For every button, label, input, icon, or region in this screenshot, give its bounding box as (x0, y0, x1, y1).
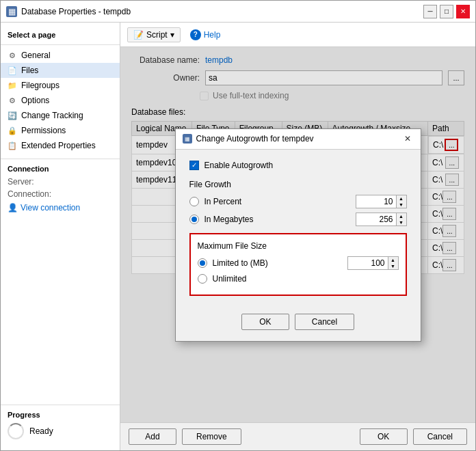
dialog-title: Change Autogrowth for tempdev (196, 134, 314, 144)
dialog-title-bar: ▦ Change Autogrowth for tempdev ✕ (176, 129, 421, 150)
bottom-bar: Add Remove OK Cancel (120, 422, 475, 450)
view-connection-link[interactable]: 👤 View connection (1, 200, 120, 215)
in-megabytes-input[interactable] (356, 213, 397, 226)
dialog-close-button[interactable]: ✕ (401, 133, 414, 145)
extended-properties-icon: 📋 (8, 141, 17, 150)
change-tracking-icon: 🔄 (8, 111, 17, 120)
view-connection-text: View connection (21, 203, 80, 213)
connection-header: Connection (1, 159, 120, 176)
limited-to-down[interactable]: ▼ (388, 263, 398, 269)
in-megabytes-radio[interactable] (189, 215, 199, 224)
enable-autogrowth-checkbox[interactable]: ✓ (189, 161, 199, 170)
view-connection-icon: 👤 (8, 203, 18, 213)
help-button[interactable]: ? Help (186, 27, 225, 42)
script-label: Script (146, 30, 168, 40)
window-title: Database Properties - tempdb (21, 7, 131, 16)
dialog-icon: ▦ (183, 134, 192, 144)
progress-content: Ready (8, 423, 113, 439)
unlimited-radio[interactable] (198, 274, 207, 284)
sidebar-item-options[interactable]: ⚙ Options (1, 93, 120, 108)
enable-autogrowth-row: ✓ Enable Autogrowth (189, 161, 407, 170)
max-file-size-label: Maximum File Size (198, 241, 399, 251)
script-dropdown-icon: ▾ (170, 30, 174, 40)
sidebar-item-change-tracking[interactable]: 🔄 Change Tracking (1, 108, 120, 123)
progress-header: Progress (8, 411, 113, 419)
options-icon: ⚙ (8, 96, 17, 105)
remove-button[interactable]: Remove (182, 428, 241, 445)
general-icon: ⚙ (8, 51, 17, 60)
sidebar-item-extended-properties-label: Extended Properties (21, 141, 96, 150)
in-percent-up[interactable]: ▲ (397, 195, 406, 202)
dialog-body: ✓ Enable Autogrowth File Growth In Perce… (176, 150, 421, 307)
autogrowth-dialog: ▦ Change Autogrowth for tempdev ✕ ✓ Enab… (175, 128, 421, 342)
file-growth-label: File Growth (189, 180, 407, 189)
main-window: ▦ Database Properties - tempdb ─ □ ✕ Sel… (0, 0, 476, 451)
help-label: Help (204, 30, 221, 40)
toolbar: 📝 Script ▾ ? Help (120, 23, 475, 47)
maximize-button[interactable]: □ (440, 5, 453, 18)
limited-to-spingroup: ▲ ▼ (347, 256, 399, 270)
app-icon: ▦ (6, 6, 17, 17)
help-icon: ? (190, 29, 201, 40)
in-megabytes-spingroup: ▲ ▼ (356, 213, 407, 226)
filegroups-icon: 📁 (8, 81, 17, 90)
cancel-button[interactable]: Cancel (413, 428, 467, 445)
unlimited-row: Unlimited (198, 274, 399, 284)
dialog-cancel-button[interactable]: Cancel (295, 314, 354, 330)
progress-section: Progress Ready (1, 405, 120, 445)
sidebar-item-files-label: Files (21, 66, 38, 75)
minimize-button[interactable]: ─ (423, 5, 437, 18)
sidebar-item-permissions[interactable]: 🔒 Permissions (1, 123, 120, 138)
sidebar-item-files[interactable]: 📄 Files (1, 63, 120, 78)
script-button[interactable]: 📝 Script ▾ (127, 27, 181, 42)
sidebar-item-options-label: Options (21, 96, 49, 105)
modal-overlay: ▦ Change Autogrowth for tempdev ✕ ✓ Enab… (120, 47, 475, 422)
sidebar-item-extended-properties[interactable]: 📋 Extended Properties (1, 138, 120, 153)
dialog-buttons: OK Cancel (176, 307, 421, 341)
bottom-left-buttons: Add Remove (129, 428, 241, 445)
files-icon: 📄 (8, 66, 17, 75)
in-percent-input[interactable] (356, 195, 397, 208)
close-button[interactable]: ✕ (456, 5, 470, 18)
connection-label: Connection: (8, 189, 51, 199)
in-percent-radio[interactable] (189, 197, 199, 206)
content-area: Select a page ⚙ General 📄 Files 📁 Filegr… (1, 23, 475, 450)
limited-to-input[interactable] (347, 256, 388, 270)
limited-to-radio[interactable] (198, 258, 207, 268)
in-percent-spingroup: ▲ ▼ (356, 195, 407, 208)
in-percent-down[interactable]: ▼ (397, 202, 406, 208)
server-detail: Server: (1, 176, 120, 188)
right-panel: 📝 Script ▾ ? Help Database name: tempdb (120, 23, 475, 450)
progress-status: Ready (29, 426, 53, 436)
sidebar-item-general[interactable]: ⚙ General (1, 48, 120, 63)
sidebar-item-filegroups[interactable]: 📁 Filegroups (1, 78, 120, 93)
in-megabytes-down[interactable]: ▼ (397, 219, 406, 226)
script-icon: 📝 (133, 30, 144, 40)
ok-button[interactable]: OK (360, 428, 408, 445)
permissions-icon: 🔒 (8, 126, 17, 135)
sidebar-item-filegroups-label: Filegroups (21, 81, 60, 90)
in-megabytes-row: In Megabytes ▲ ▼ (189, 213, 407, 226)
enable-autogrowth-label: Enable Autogrowth (204, 161, 274, 170)
bottom-right-buttons: OK Cancel (360, 428, 467, 445)
title-bar: ▦ Database Properties - tempdb ─ □ ✕ (1, 1, 475, 23)
connection-detail: Connection: (1, 188, 120, 200)
main-content: Database name: tempdb Owner: ... Use ful… (120, 47, 475, 422)
left-panel: Select a page ⚙ General 📄 Files 📁 Filegr… (1, 23, 120, 450)
limited-to-row: Limited to (MB) ▲ ▼ (198, 256, 399, 270)
add-button[interactable]: Add (129, 428, 176, 445)
in-percent-label: In Percent (204, 197, 350, 206)
in-megabytes-label: In Megabytes (204, 215, 350, 224)
in-megabytes-up[interactable]: ▲ (397, 213, 406, 219)
dialog-ok-button[interactable]: OK (241, 314, 289, 330)
unlimited-label: Unlimited (213, 274, 399, 284)
max-file-size-section: Maximum File Size Limited to (MB) ▲ (189, 233, 407, 296)
progress-spinner (8, 423, 24, 439)
limited-to-label: Limited to (MB) (213, 258, 342, 268)
server-label: Server: (8, 177, 34, 187)
sidebar-item-permissions-label: Permissions (21, 126, 66, 135)
limited-to-up[interactable]: ▲ (388, 257, 398, 263)
select-page-header: Select a page (1, 28, 120, 45)
sidebar-item-general-label: General (21, 51, 51, 60)
in-percent-row: In Percent ▲ ▼ (189, 195, 407, 208)
